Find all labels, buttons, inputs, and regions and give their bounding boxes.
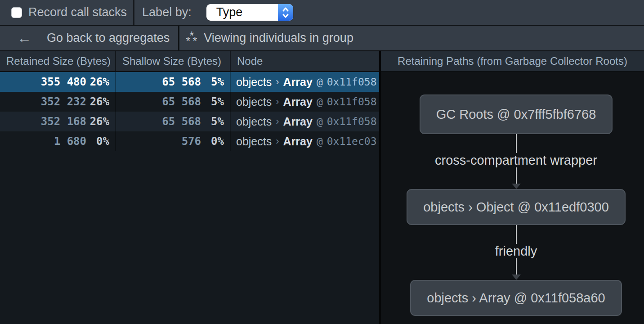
nav-divider [178,25,179,51]
node-address: 0x11f058 [327,116,377,127]
record-call-stacks-label: Record call stacks [28,5,127,19]
table-empty-area [0,151,379,324]
node-type: Array [283,115,313,128]
graph-node-array[interactable]: objects › Array @ 0x11f058a60 [410,280,622,316]
retaining-paths-graph: GC Roots @ 0x7fff5fbf6768 cross-compartm… [385,72,644,324]
shallow-size-value: 65 568 [162,115,201,128]
shallow-size-value: 65 568 [162,76,201,88]
arrowhead-icon [512,274,521,280]
node-at-sign: @ [317,135,323,147]
go-back-to-aggregates-button[interactable]: Go back to aggregates [47,31,170,45]
node-address: 0x11ec03 [327,135,377,147]
edge-label: friendly [495,244,537,258]
shallow-size-percent: 5% [201,115,230,128]
edge-line [516,258,517,274]
graph-node-gc-roots[interactable]: GC Roots @ 0x7fff5fbf6768 [420,94,613,134]
select-stepper-icon [278,4,293,21]
retaining-paths-pane: Retaining Paths (from Garbage Collector … [381,51,644,324]
retained-size-value: 352 168 [41,115,86,128]
retaining-paths-title: Retaining Paths (from Garbage Collector … [381,51,644,72]
column-header-retained-size[interactable]: Retained Size (Bytes) [0,51,116,71]
retained-size-percent: 26% [86,95,115,108]
shallow-size-percent: 5% [201,95,230,108]
node-prefix: objects [236,95,272,108]
edge-line [516,134,517,153]
node-at-sign: @ [317,116,323,127]
memory-toolbar: Record call stacks Label by: Type [0,0,644,26]
viewing-individuals-label: Viewing individuals in group [204,31,353,45]
retained-size-percent: 26% [86,76,115,88]
node-address: 0x11f058 [327,96,377,108]
node-at-sign: @ [317,76,323,88]
table-row[interactable]: 352 168 26% 65 568 5% objects › Array @ … [0,112,379,131]
edge-line [516,225,517,244]
node-type: Array [283,76,313,89]
retained-size-percent: 0% [86,135,115,148]
column-header-shallow-size[interactable]: Shallow Size (Bytes) [116,51,231,71]
node-separator: › [276,116,279,127]
individuals-table-pane: Retained Size (Bytes) Shallow Size (Byte… [0,51,379,324]
column-header-node[interactable]: Node [231,51,379,71]
retained-size-value: 1 680 [54,135,86,148]
group-asterism-icon: *** [186,31,199,45]
individuals-nav-bar: ← Go back to aggregates *** Viewing indi… [0,26,644,51]
label-by-select[interactable]: Type [206,4,293,21]
shallow-size-value: 65 568 [162,95,201,108]
table-header-row: Retained Size (Bytes) Shallow Size (Byte… [0,51,379,72]
node-at-sign: @ [317,96,323,108]
graph-edge: friendly [495,225,537,280]
label-by-label: Label by: [142,5,192,19]
table-row[interactable]: 355 480 26% 65 568 5% objects › Array @ … [0,72,379,92]
retained-size-percent: 26% [86,115,115,128]
node-type: Array [283,95,313,108]
graph-edge: cross-compartment wrapper [435,134,597,189]
label-by-selected-value: Type [206,5,278,19]
node-prefix: objects [236,76,272,89]
node-separator: › [276,135,279,147]
table-row[interactable]: 352 232 26% 65 568 5% objects › Array @ … [0,92,379,112]
node-address: 0x11f058 [327,76,377,88]
toolbar-divider [133,0,134,25]
graph-node-object[interactable]: objects › Object @ 0x11edf0300 [407,189,626,225]
node-type: Array [283,135,313,148]
edge-line [516,167,517,184]
record-call-stacks-checkbox[interactable] [11,7,22,18]
shallow-size-percent: 5% [201,76,230,88]
edge-label: cross-compartment wrapper [435,153,597,167]
shallow-size-percent: 0% [201,135,230,148]
node-prefix: objects [236,115,272,128]
arrowhead-icon [512,184,521,189]
retained-size-value: 355 480 [41,76,86,88]
node-prefix: objects [236,135,272,148]
back-arrow-icon[interactable]: ← [17,30,31,46]
shallow-size-value: 576 [182,135,201,148]
retained-size-value: 352 232 [41,95,86,108]
node-separator: › [276,96,279,108]
table-row[interactable]: 1 680 0% 576 0% objects › Array @ 0x11ec… [0,131,379,151]
node-separator: › [276,76,279,88]
